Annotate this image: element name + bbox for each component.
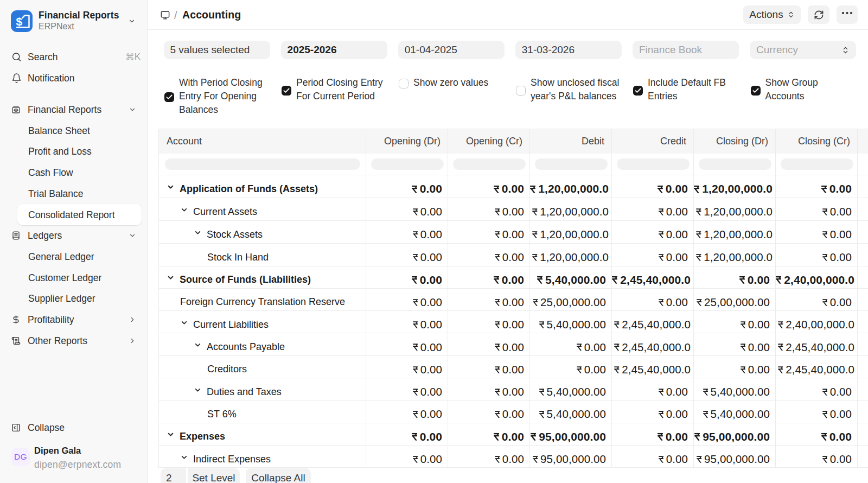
svg-text:$: $ (16, 15, 23, 28)
